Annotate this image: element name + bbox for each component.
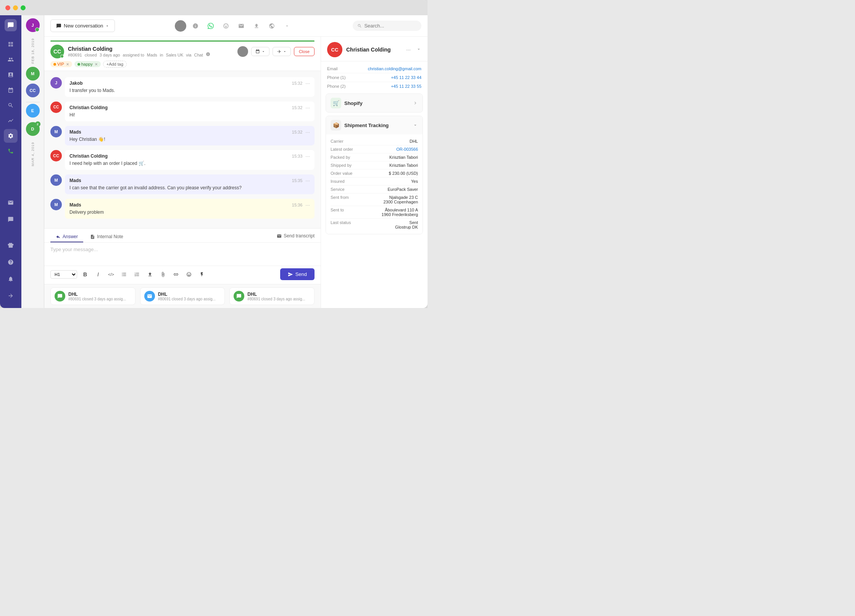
internal-note-tab[interactable]: Internal Note: [85, 232, 129, 242]
email-icon-button[interactable]: [235, 20, 247, 32]
bold-button[interactable]: B: [80, 269, 90, 279]
sidebar-item-dashboard[interactable]: [4, 37, 18, 51]
sidebar-item-help[interactable]: [4, 255, 18, 269]
message-avatar: M: [50, 199, 62, 210]
message-bubble: Mads 15:35 ··· I can see that the carrie…: [65, 174, 315, 194]
agent-avatar[interactable]: [175, 20, 186, 32]
carrier-label: Carrier: [331, 139, 344, 144]
whatsapp-icon-button[interactable]: [205, 20, 217, 32]
sidebar-item-search[interactable]: [4, 98, 18, 112]
reply-input-area[interactable]: Type your message...: [44, 243, 321, 266]
emoji-button[interactable]: [184, 269, 194, 279]
conv-list-item[interactable]: J: [26, 18, 40, 32]
message-more-button[interactable]: ···: [305, 105, 310, 111]
conversation-list-panel: J FEB 18, 2019 M CC E D 2 MAR 4, 201: [21, 15, 44, 308]
conv-list-item[interactable]: M: [26, 67, 40, 81]
phone1-value[interactable]: +45 11 22 33 44: [391, 75, 421, 80]
list-number-button[interactable]: [132, 269, 142, 279]
bottom-conv-icon-1: [55, 291, 65, 302]
attachment-button[interactable]: [158, 269, 168, 279]
bottom-conv-card-3[interactable]: DHL #80691 closed 3 days ago assig...: [229, 287, 315, 305]
add-tag-button[interactable]: +Add tag: [103, 61, 127, 68]
message-more-button[interactable]: ···: [305, 202, 310, 208]
code-button[interactable]: </>: [106, 269, 116, 279]
sidebar-item-phone[interactable]: [4, 144, 18, 158]
bottom-conv-icon-2: [144, 291, 155, 302]
send-transcript-button[interactable]: Send transcript: [277, 233, 315, 241]
contact-menu-button[interactable]: ···: [405, 45, 412, 54]
link-button[interactable]: [171, 269, 181, 279]
send-button[interactable]: Send: [280, 268, 315, 280]
sidebar-item-inbox[interactable]: [4, 68, 18, 82]
last-status-value: SentGlostrup DK: [395, 220, 418, 229]
reply-placeholder[interactable]: Type your message...: [50, 247, 315, 252]
italic-button[interactable]: I: [93, 269, 103, 279]
app-body: J FEB 18, 2019 M CC E D 2 MAR 4, 201: [0, 15, 428, 308]
traffic-lights: [5, 5, 26, 10]
sidebar-item-notifications[interactable]: [4, 272, 18, 286]
shopify-section-header[interactable]: 🛒 Shopify: [326, 94, 423, 112]
upload-file-button[interactable]: [145, 269, 155, 279]
new-conversation-button[interactable]: New conversation: [50, 19, 115, 32]
search-input[interactable]: [364, 23, 417, 29]
email-value[interactable]: christian.colding@gmail.com: [368, 66, 421, 71]
message-more-button[interactable]: ···: [305, 153, 310, 159]
message-more-button[interactable]: ···: [305, 80, 310, 86]
message-avatar: M: [50, 126, 62, 137]
remove-vip-tag-button[interactable]: ✕: [66, 62, 69, 66]
format-select[interactable]: H1 H2 Normal: [50, 270, 77, 279]
conv-list-item-active[interactable]: CC: [26, 84, 40, 97]
calendar-action-button[interactable]: [251, 47, 269, 56]
message-bubble-highlighted: Mads 15:36 ··· Delivery problem: [65, 199, 315, 219]
sidebar-item-messages[interactable]: [4, 196, 18, 210]
close-conversation-button[interactable]: Close: [294, 47, 315, 56]
sidebar-item-contacts[interactable]: [4, 53, 18, 66]
bottom-conv-card-2[interactable]: DHL #80691 closed 3 days ago assig...: [140, 287, 225, 305]
remove-happy-tag-button[interactable]: ✕: [95, 62, 98, 66]
message-row: M Mads 15:32 ··· Hey Christian 👋!: [50, 126, 315, 146]
sidebar-item-analytics[interactable]: [4, 114, 18, 127]
contact-fields: Email christian.colding@gmail.com Phone …: [321, 61, 428, 94]
minimize-window-button[interactable]: [13, 5, 18, 10]
contact-name: Christian Colding: [346, 47, 401, 53]
bottom-conversations: DHL #80691 closed 3 days ago assig... DH…: [44, 284, 321, 308]
sidebar-item-gift[interactable]: [4, 239, 18, 252]
conv-list-item[interactable]: E: [26, 104, 40, 118]
message-more-button[interactable]: ···: [305, 129, 310, 135]
globe-icon-button[interactable]: [266, 20, 278, 32]
sidebar-item-forward[interactable]: [4, 289, 18, 303]
message-more-button[interactable]: ···: [305, 177, 310, 184]
chevron-down-icon-button[interactable]: [281, 20, 293, 32]
close-window-button[interactable]: [5, 5, 10, 10]
sidebar-item-settings[interactable]: [4, 129, 18, 143]
message-bubble: Mads 15:32 ··· Hey Christian 👋!: [65, 126, 315, 146]
sidebar-logo[interactable]: [5, 19, 17, 31]
upload-icon-button[interactable]: [250, 20, 263, 32]
packed-by-label: Packed by: [331, 155, 350, 160]
assign-action-button[interactable]: [273, 47, 291, 56]
assigned-agent-avatar[interactable]: [237, 46, 248, 57]
service-row: Service EuroPack Saver: [331, 185, 418, 194]
bottom-conv-card-1[interactable]: DHL #80691 closed 3 days ago assig...: [50, 287, 136, 305]
maximize-window-button[interactable]: [21, 5, 26, 10]
tag-vip: VIP ✕: [50, 61, 72, 67]
sidebar-item-reports[interactable]: [4, 83, 18, 97]
shipment-tracking-body: Carrier DHL Latest order OR-003566 Packe…: [326, 134, 423, 234]
contact-expand-button[interactable]: [416, 47, 421, 53]
answer-tab[interactable]: Answer: [50, 232, 83, 242]
order-value-row: Order value $ 230.00 (USD): [331, 169, 418, 177]
shipment-tracking-header[interactable]: 📦 Shipment Tracking: [326, 116, 423, 134]
emoji-icon-button[interactable]: [220, 20, 232, 32]
info-icon-button[interactable]: [189, 20, 202, 32]
carrier-row: Carrier DHL: [331, 137, 418, 145]
phone2-value[interactable]: +45 11 22 33 55: [391, 84, 421, 89]
latest-order-value[interactable]: OR-003566: [396, 147, 418, 152]
bottom-conv-meta-3: #80691 closed 3 days ago assig...: [247, 297, 310, 301]
sidebar-item-livechat[interactable]: [4, 213, 18, 226]
message-text: I need help with an order I placed 🛒.: [69, 160, 310, 167]
conv-list-item[interactable]: D 2: [26, 122, 40, 136]
sent-to-row: Sent to Åboulevard 110 A1960 Frederiksbe…: [331, 206, 418, 219]
lightning-button[interactable]: [197, 269, 207, 279]
list-bullet-button[interactable]: [119, 269, 129, 279]
message-bubble: Christian Colding 15:32 ··· Hi!: [65, 102, 315, 121]
